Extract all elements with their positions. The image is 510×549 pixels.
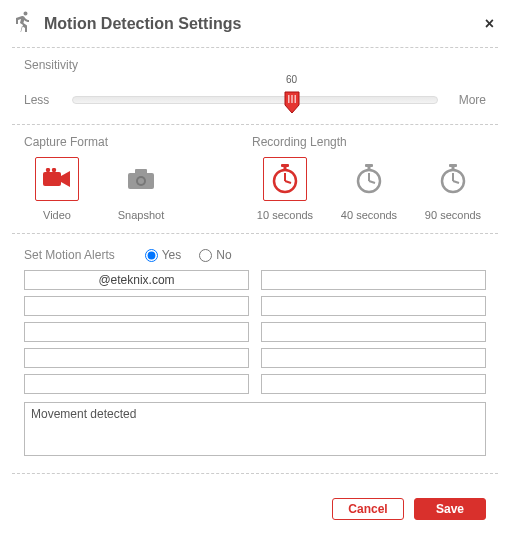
alert-email-field[interactable] [24,348,249,368]
svg-rect-2 [294,95,296,103]
stopwatch-icon [347,157,391,201]
radio-label: No [216,248,231,262]
sensitivity-section: Sensitivity Less 60 More [0,48,510,124]
alerts-radio-no[interactable]: No [199,248,231,262]
slider-min-label: Less [24,93,62,107]
cancel-button[interactable]: Cancel [332,498,404,520]
recording-length-label: Recording Length [252,135,486,149]
button-label: Save [436,502,464,516]
recording-option-10s[interactable]: 10 seconds [252,157,318,221]
alert-email-field[interactable] [24,374,249,394]
recording-option-label: 40 seconds [341,209,397,221]
radio-input[interactable] [199,249,212,262]
svg-line-24 [453,181,459,183]
dialog-title: Motion Detection Settings [44,15,485,33]
alert-email-field[interactable] [24,322,249,342]
alert-email-field[interactable] [261,270,486,290]
svg-rect-7 [135,169,147,174]
sensitivity-slider[interactable]: 60 [72,86,438,114]
svg-point-5 [52,168,56,172]
svg-line-19 [369,181,375,183]
recording-length-section: Recording Length 10 seconds 40 seconds [252,135,486,221]
recording-option-label: 10 seconds [257,209,313,221]
close-icon[interactable]: × [485,15,494,33]
save-button[interactable]: Save [414,498,486,520]
capture-options: Video Snapshot [24,157,252,221]
svg-rect-0 [288,95,290,103]
radio-input[interactable] [145,249,158,262]
svg-point-4 [46,168,50,172]
slider-thumb[interactable] [283,90,301,114]
alerts-label: Set Motion Alerts [24,248,115,262]
svg-rect-3 [43,172,61,186]
slider-value: 60 [286,74,297,85]
alert-email-field[interactable] [261,348,486,368]
alert-message-field[interactable] [24,402,486,456]
svg-rect-1 [291,95,293,103]
alert-email-field[interactable] [261,296,486,316]
header: Motion Detection Settings × [0,0,510,47]
capture-format-label: Capture Format [24,135,252,149]
sensitivity-slider-row: Less 60 More [24,86,486,114]
recording-options: 10 seconds 40 seconds 90 seconds [252,157,486,221]
divider [12,473,498,474]
button-label: Cancel [348,502,387,516]
stopwatch-icon [431,157,475,201]
recording-option-label: 90 seconds [425,209,481,221]
stopwatch-icon [263,157,307,201]
running-person-icon [12,10,36,37]
recording-option-40s[interactable]: 40 seconds [336,157,402,221]
slider-max-label: More [448,93,486,107]
video-camera-icon [35,157,79,201]
capture-option-snapshot[interactable]: Snapshot [108,157,174,221]
capture-option-label: Snapshot [118,209,164,221]
svg-point-9 [138,178,144,184]
motion-settings-panel: Motion Detection Settings × Sensitivity … [0,0,510,538]
alert-email-field[interactable] [261,374,486,394]
svg-line-14 [285,181,291,183]
email-grid [0,270,510,394]
alerts-header: Set Motion Alerts Yes No [0,234,510,270]
sensitivity-label: Sensitivity [24,58,486,72]
format-length-row: Capture Format Video Snapshot Recording … [0,125,510,225]
capture-option-label: Video [43,209,71,221]
footer: Cancel Save [0,484,510,538]
alert-email-field[interactable] [261,322,486,342]
alert-email-field[interactable] [24,296,249,316]
alerts-radio-group: Yes No [145,248,232,262]
recording-option-90s[interactable]: 90 seconds [420,157,486,221]
alert-email-field[interactable] [24,270,249,290]
radio-label: Yes [162,248,182,262]
capture-format-section: Capture Format Video Snapshot [24,135,252,221]
alerts-radio-yes[interactable]: Yes [145,248,182,262]
capture-option-video[interactable]: Video [24,157,90,221]
camera-icon [119,157,163,201]
slider-track [72,96,438,104]
alert-message-box [24,402,486,459]
